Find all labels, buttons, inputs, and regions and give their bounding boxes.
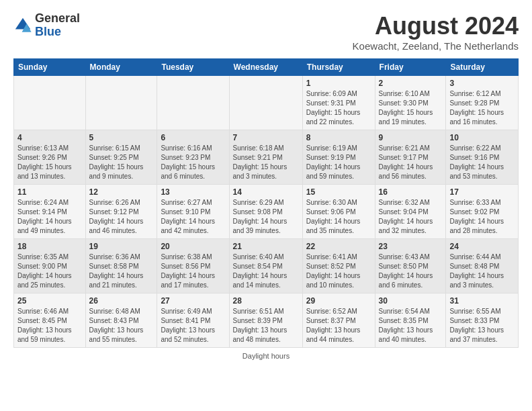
- logo-blue-text: Blue: [35, 26, 80, 39]
- calendar-cell: 9 Sunrise: 6:21 AMSunset: 9:17 PMDayligh…: [375, 130, 446, 185]
- day-info: Sunrise: 6:10 AMSunset: 9:30 PMDaylight:…: [379, 90, 433, 126]
- day-number: 18: [17, 242, 82, 251]
- day-number: 12: [89, 187, 154, 197]
- day-number: 29: [306, 296, 371, 306]
- calendar-cell: 14 Sunrise: 6:29 AMSunset: 9:08 PMDaylig…: [229, 185, 302, 239]
- day-info: Sunrise: 6:24 AMSunset: 9:14 PMDaylight:…: [17, 199, 72, 234]
- calendar-cell: 15 Sunrise: 6:30 AMSunset: 9:06 PMDaylig…: [302, 185, 375, 239]
- day-info: Sunrise: 6:22 AMSunset: 9:16 PMDaylight:…: [449, 144, 504, 180]
- calendar-cell: 18 Sunrise: 6:35 AMSunset: 9:00 PMDaylig…: [14, 239, 86, 293]
- day-number: 27: [161, 296, 225, 306]
- calendar-cell: 20 Sunrise: 6:38 AMSunset: 8:56 PMDaylig…: [157, 239, 229, 293]
- day-number: 30: [379, 296, 443, 306]
- day-number: 14: [233, 187, 299, 197]
- calendar-cell: [229, 76, 302, 130]
- col-tuesday: Tuesday: [157, 59, 229, 76]
- calendar-cell: 16 Sunrise: 6:32 AMSunset: 9:04 PMDaylig…: [375, 185, 446, 239]
- calendar-week-row: 4 Sunrise: 6:13 AMSunset: 9:26 PMDayligh…: [14, 130, 519, 185]
- logo: General Blue: [13, 12, 80, 39]
- col-sunday: Sunday: [14, 59, 86, 76]
- day-number: 22: [306, 242, 371, 251]
- day-info: Sunrise: 6:48 AMSunset: 8:43 PMDaylight:…: [89, 308, 144, 343]
- calendar-cell: 30 Sunrise: 6:54 AMSunset: 8:35 PMDaylig…: [375, 293, 446, 348]
- calendar-cell: [85, 76, 157, 130]
- calendar-cell: 12 Sunrise: 6:26 AMSunset: 9:12 PMDaylig…: [85, 185, 157, 239]
- day-info: Sunrise: 6:21 AMSunset: 9:17 PMDaylight:…: [379, 144, 433, 180]
- calendar-cell: 21 Sunrise: 6:40 AMSunset: 8:54 PMDaylig…: [229, 239, 302, 293]
- day-info: Sunrise: 6:36 AMSunset: 8:58 PMDaylight:…: [89, 253, 144, 289]
- calendar-week-row: 1 Sunrise: 6:09 AMSunset: 9:31 PMDayligh…: [14, 76, 519, 130]
- day-info: Sunrise: 6:49 AMSunset: 8:41 PMDaylight:…: [161, 308, 215, 343]
- day-info: Sunrise: 6:12 AMSunset: 9:28 PMDaylight:…: [449, 90, 504, 126]
- col-thursday: Thursday: [302, 59, 375, 76]
- logo-general-text: General: [35, 12, 80, 26]
- day-number: 23: [379, 242, 443, 251]
- calendar-cell: 24 Sunrise: 6:44 AMSunset: 8:48 PMDaylig…: [446, 239, 519, 293]
- day-number: 8: [306, 133, 371, 142]
- calendar-cell: 6 Sunrise: 6:16 AMSunset: 9:23 PMDayligh…: [157, 130, 229, 185]
- calendar-cell: [14, 76, 86, 130]
- day-info: Sunrise: 6:32 AMSunset: 9:04 PMDaylight:…: [379, 199, 433, 234]
- calendar-cell: 7 Sunrise: 6:18 AMSunset: 9:21 PMDayligh…: [229, 130, 302, 185]
- day-number: 24: [449, 242, 515, 251]
- calendar-cell: 11 Sunrise: 6:24 AMSunset: 9:14 PMDaylig…: [14, 185, 86, 239]
- calendar-cell: 10 Sunrise: 6:22 AMSunset: 9:16 PMDaylig…: [446, 130, 519, 185]
- calendar-cell: 25 Sunrise: 6:46 AMSunset: 8:45 PMDaylig…: [14, 293, 86, 348]
- day-info: Sunrise: 6:43 AMSunset: 8:50 PMDaylight:…: [379, 253, 433, 289]
- day-number: 15: [306, 187, 371, 197]
- day-number: 5: [89, 133, 154, 142]
- day-info: Sunrise: 6:44 AMSunset: 8:48 PMDaylight:…: [449, 253, 504, 289]
- calendar-cell: 13 Sunrise: 6:27 AMSunset: 9:10 PMDaylig…: [157, 185, 229, 239]
- calendar-cell: 5 Sunrise: 6:15 AMSunset: 9:25 PMDayligh…: [85, 130, 157, 185]
- calendar-cell: 26 Sunrise: 6:48 AMSunset: 8:43 PMDaylig…: [85, 293, 157, 348]
- day-info: Sunrise: 6:15 AMSunset: 9:25 PMDaylight:…: [89, 144, 144, 180]
- day-info: Sunrise: 6:16 AMSunset: 9:23 PMDaylight:…: [161, 144, 215, 180]
- day-info: Sunrise: 6:54 AMSunset: 8:35 PMDaylight:…: [379, 308, 433, 343]
- day-number: 19: [89, 242, 154, 251]
- day-info: Sunrise: 6:35 AMSunset: 9:00 PMDaylight:…: [17, 253, 72, 289]
- day-number: 7: [233, 133, 299, 142]
- calendar-cell: 31 Sunrise: 6:55 AMSunset: 8:33 PMDaylig…: [446, 293, 519, 348]
- main-title: August 2024: [353, 12, 519, 40]
- day-number: 9: [379, 133, 443, 142]
- header: General Blue August 2024 Koewacht, Zeela…: [13, 12, 519, 52]
- day-number: 26: [89, 296, 154, 306]
- day-number: 10: [449, 133, 515, 142]
- calendar-cell: 23 Sunrise: 6:43 AMSunset: 8:50 PMDaylig…: [375, 239, 446, 293]
- subtitle: Koewacht, Zeeland, The Netherlands: [353, 40, 519, 52]
- calendar-cell: 28 Sunrise: 6:51 AMSunset: 8:39 PMDaylig…: [229, 293, 302, 348]
- calendar-cell: 2 Sunrise: 6:10 AMSunset: 9:30 PMDayligh…: [375, 76, 446, 130]
- day-number: 28: [233, 296, 299, 306]
- day-number: 6: [161, 133, 225, 142]
- day-info: Sunrise: 6:40 AMSunset: 8:54 PMDaylight:…: [233, 253, 287, 289]
- calendar-cell: 27 Sunrise: 6:49 AMSunset: 8:41 PMDaylig…: [157, 293, 229, 348]
- day-info: Sunrise: 6:52 AMSunset: 8:37 PMDaylight:…: [306, 308, 361, 343]
- day-number: 2: [379, 79, 443, 88]
- calendar-week-row: 11 Sunrise: 6:24 AMSunset: 9:14 PMDaylig…: [14, 185, 519, 239]
- day-info: Sunrise: 6:13 AMSunset: 9:26 PMDaylight:…: [17, 144, 72, 180]
- day-number: 20: [161, 242, 225, 251]
- day-info: Sunrise: 6:26 AMSunset: 9:12 PMDaylight:…: [89, 199, 144, 234]
- day-info: Sunrise: 6:19 AMSunset: 9:19 PMDaylight:…: [306, 144, 361, 180]
- day-number: 1: [306, 79, 371, 88]
- day-number: 21: [233, 242, 299, 251]
- calendar-cell: [157, 76, 229, 130]
- footer-note: Daylight hours: [13, 352, 519, 360]
- day-info: Sunrise: 6:30 AMSunset: 9:06 PMDaylight:…: [306, 199, 361, 234]
- day-number: 31: [449, 296, 515, 306]
- day-number: 25: [17, 296, 82, 306]
- col-saturday: Saturday: [446, 59, 519, 76]
- calendar-cell: 8 Sunrise: 6:19 AMSunset: 9:19 PMDayligh…: [302, 130, 375, 185]
- calendar-cell: 3 Sunrise: 6:12 AMSunset: 9:28 PMDayligh…: [446, 76, 519, 130]
- logo-icon: [13, 16, 32, 35]
- calendar-week-row: 25 Sunrise: 6:46 AMSunset: 8:45 PMDaylig…: [14, 293, 519, 348]
- calendar-cell: 17 Sunrise: 6:33 AMSunset: 9:02 PMDaylig…: [446, 185, 519, 239]
- title-block: August 2024 Koewacht, Zeeland, The Nethe…: [353, 12, 519, 52]
- day-info: Sunrise: 6:27 AMSunset: 9:10 PMDaylight:…: [161, 199, 215, 234]
- col-wednesday: Wednesday: [229, 59, 302, 76]
- calendar-table: Sunday Monday Tuesday Wednesday Thursday…: [13, 58, 519, 348]
- day-info: Sunrise: 6:38 AMSunset: 8:56 PMDaylight:…: [161, 253, 215, 289]
- day-number: 3: [449, 79, 515, 88]
- day-info: Sunrise: 6:33 AMSunset: 9:02 PMDaylight:…: [449, 199, 504, 234]
- day-info: Sunrise: 6:55 AMSunset: 8:33 PMDaylight:…: [449, 308, 504, 343]
